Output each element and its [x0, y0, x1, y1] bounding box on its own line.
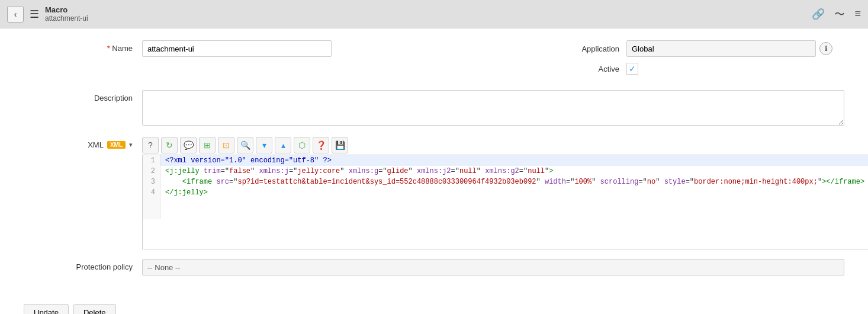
back-button[interactable]: ‹	[7, 6, 24, 23]
save-button[interactable]: 💾	[332, 137, 348, 153]
xml-editor-wrapper: ? ↻ 💬 ⊞ ⊡ 🔍 ▾ ▴ ⬡ ❓ 💾 1 <?xml version="1…	[142, 137, 868, 249]
xml-toolbar: ? ↻ 💬 ⊞ ⊡ 🔍 ▾ ▴ ⬡ ❓ 💾	[142, 137, 868, 153]
info-button[interactable]: ℹ	[819, 42, 832, 55]
application-input[interactable]	[626, 40, 816, 57]
line-num-1: 1	[143, 155, 160, 166]
header-title-main: Macro	[45, 5, 88, 14]
format-button[interactable]: ⊞	[199, 137, 216, 153]
refresh-button[interactable]: ↻	[161, 137, 178, 153]
line-content-1: <?xml version="1.0" encoding="utf-8" ?>	[160, 155, 336, 166]
xml-label-section: XML XML ▾	[24, 137, 142, 149]
protection-control	[142, 259, 844, 275]
application-field: ℹ	[626, 40, 832, 57]
code-line-2: 2 <j:jelly trim="false" xmlns:j="jelly:c…	[143, 166, 868, 177]
header: ‹ ☰ Macro attachment-ui 🔗 〜 ≡	[0, 0, 868, 28]
description-row: Description	[24, 90, 844, 127]
line-content-5	[160, 198, 174, 209]
code-line-4: 4 </j:jelly>	[143, 187, 868, 198]
code-line-3: 3 <iframe src="sp?id=testattch&table=inc…	[143, 177, 868, 187]
footer: Update Delete	[0, 297, 868, 314]
line-num-3: 3	[143, 177, 160, 187]
line-content-2: <j:jelly trim="false" xmlns:j="jelly:cor…	[160, 166, 558, 177]
description-control	[142, 90, 844, 127]
active-row: Active ✓	[567, 63, 832, 75]
xml-row: XML XML ▾ ? ↻ 💬 ⊞ ⊡ 🔍 ▾ ▴ ⬡ ❓ 💾	[24, 137, 844, 249]
code-line-5	[143, 198, 868, 209]
xml-badge: XML	[107, 141, 126, 149]
back-icon: ‹	[14, 9, 17, 19]
help-button[interactable]: ?	[142, 137, 159, 153]
xml-code-editor[interactable]: 1 <?xml version="1.0" encoding="utf-8" ?…	[142, 155, 868, 249]
description-label: Description	[24, 90, 142, 102]
header-icons: 🔗 〜 ≡	[812, 7, 861, 21]
top-row: Name Application ℹ Active ✓	[24, 40, 844, 81]
comment-button[interactable]: 💬	[180, 137, 197, 153]
line-num-4: 4	[143, 187, 160, 198]
code-line-1: 1 <?xml version="1.0" encoding="utf-8" ?…	[143, 155, 868, 166]
protection-input[interactable]	[142, 259, 844, 275]
up-button[interactable]: ▴	[275, 137, 291, 153]
description-input[interactable]	[142, 90, 844, 126]
header-title: Macro attachment-ui	[45, 5, 88, 23]
name-section: Name	[24, 40, 567, 66]
line-num-2: 2	[143, 166, 160, 177]
question-button[interactable]: ❓	[313, 137, 329, 153]
code-line-6	[143, 209, 868, 219]
application-label: Application	[567, 44, 626, 53]
name-row: Name	[24, 40, 567, 57]
name-input[interactable]	[142, 40, 332, 57]
expand-button[interactable]: ⬡	[294, 137, 310, 153]
application-row: Application ℹ	[567, 40, 832, 57]
line-num-6	[143, 209, 160, 219]
line-content-4: </j:jelly>	[160, 187, 213, 198]
line-num-5	[143, 198, 160, 209]
xml-label-text: XML	[88, 140, 104, 149]
search-button[interactable]: 🔍	[237, 137, 253, 153]
xml-dropdown-icon[interactable]: ▾	[129, 141, 133, 149]
header-title-sub: attachment-ui	[45, 14, 88, 23]
name-control	[142, 40, 567, 57]
active-checkbox-wrapper: ✓	[626, 63, 638, 75]
paperclip-icon[interactable]: 🔗	[812, 8, 825, 21]
right-fields: Application ℹ Active ✓	[567, 40, 844, 81]
menu-icon[interactable]: ☰	[30, 8, 39, 21]
settings-icon[interactable]: ≡	[854, 8, 861, 20]
down-button[interactable]: ▾	[256, 137, 272, 153]
active-label: Active	[567, 65, 626, 73]
protection-label: Protection policy	[24, 259, 142, 271]
protection-row: Protection policy	[24, 259, 844, 275]
main-content: Name Application ℹ Active ✓	[0, 28, 868, 297]
update-button[interactable]: Update	[24, 304, 69, 314]
line-content-6	[160, 209, 174, 219]
activity-icon[interactable]: 〜	[834, 7, 845, 21]
delete-button[interactable]: Delete	[73, 304, 116, 314]
line-content-3: <iframe src="sp?id=testattch&table=incid…	[160, 177, 868, 187]
name-label: Name	[24, 40, 142, 53]
tag-button[interactable]: ⊡	[218, 137, 234, 153]
active-checkbox[interactable]: ✓	[626, 63, 638, 75]
